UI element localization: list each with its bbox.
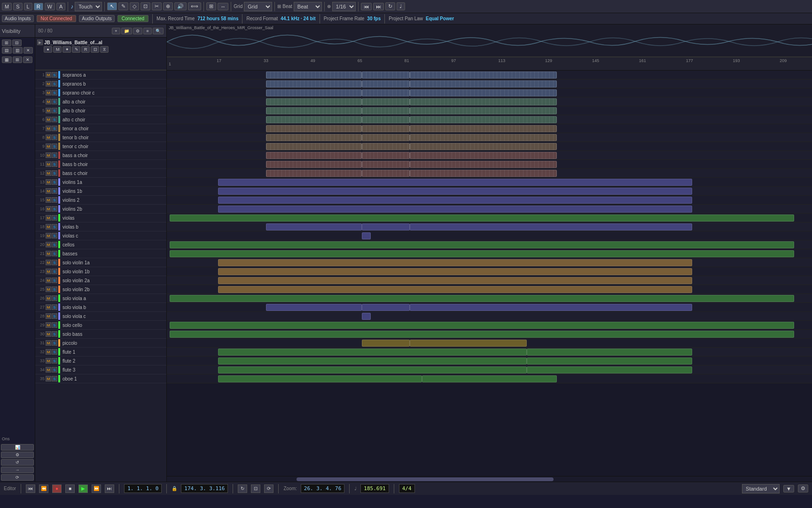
track-m-btn[interactable]: M [46,99,51,104]
track-s-btn[interactable]: S [52,126,57,131]
clip[interactable] [362,125,410,132]
tool-draw[interactable]: ✎ [118,2,128,10]
vis-arrow-btn[interactable]: → [1,467,34,473]
track-item[interactable]: 29 M S solo cello [35,321,166,330]
clip[interactable] [362,223,410,230]
arrange-track-row[interactable] [167,106,812,115]
arrange-track-row[interactable] [167,321,812,330]
arrange-track-row[interactable] [167,312,812,321]
clip[interactable] [266,134,362,141]
arrange-track-row[interactable] [167,133,812,142]
track-item[interactable]: 24 M S solo violin 2a [35,276,166,285]
track-item[interactable]: 16 M S violins 2b [35,205,166,214]
track-item[interactable]: 34 M S flute 3 [35,365,166,374]
track-m-btn[interactable]: M [46,242,51,247]
vis-btn-7[interactable]: ⊞ [13,56,22,63]
clip[interactable] [266,125,362,132]
track-s-btn[interactable]: S [52,161,57,167]
track-s-btn[interactable]: S [52,367,57,373]
clip[interactable] [362,170,410,177]
vis-settings-btn[interactable]: ⚙ [1,452,34,458]
clip[interactable] [218,179,692,186]
track-item[interactable]: 5 M S alto b choir [35,106,166,115]
master-lock-btn[interactable]: R [81,46,90,53]
mode-s[interactable]: S [13,3,22,10]
track-s-btn[interactable]: S [52,349,57,355]
track-s-btn[interactable]: S [52,340,57,346]
tool-erase[interactable]: ◇ [130,2,139,10]
track-item[interactable]: 15 M S violins 2 [35,196,166,205]
master-solo-btn[interactable]: ✦ [62,46,71,53]
track-m-btn[interactable]: M [46,81,51,87]
track-m-btn[interactable]: M [46,206,51,212]
track-item[interactable]: 35 M S oboe 1 [35,374,166,383]
clip[interactable] [218,188,692,195]
track-item[interactable]: 31 M S piccolo [35,339,166,348]
arrange-track-row[interactable] [167,303,812,312]
tool-listen[interactable]: 🔊 [174,2,187,10]
track-m-btn[interactable]: M [46,340,51,346]
clip[interactable] [170,295,794,302]
clip[interactable] [362,152,410,159]
clip[interactable] [362,340,410,347]
clip[interactable] [218,206,692,213]
audio-inputs-btn[interactable]: Audio Inputs [2,15,34,22]
clip[interactable] [218,197,692,204]
clip[interactable] [266,89,362,96]
mode-r[interactable]: R [34,3,43,10]
arrange-track-row[interactable] [167,214,812,222]
punch-btn[interactable]: ⊡ [251,484,260,493]
track-s-btn[interactable]: S [52,233,57,238]
horizontal-scrollbar[interactable] [167,476,812,482]
track-config-btn[interactable]: ⚙ [133,28,142,34]
preset-down[interactable]: ▼ [783,485,794,492]
track-m-btn[interactable]: M [46,72,51,78]
track-m-btn[interactable]: M [46,376,51,381]
clip[interactable] [410,170,557,177]
track-item[interactable]: 1 M S sopranos a [35,71,166,79]
track-list[interactable]: 1 M S sopranos a 2 M S sopranos b 3 M S … [35,71,166,482]
track-item[interactable]: 33 M S flute 2 [35,357,166,365]
vis-btn-8[interactable]: ✕ [23,56,32,63]
track-s-btn[interactable]: S [52,197,57,203]
clip[interactable] [218,366,527,373]
arrange-track-row[interactable] [167,205,812,214]
track-s-btn[interactable]: S [52,260,57,265]
clip[interactable] [170,322,794,329]
track-item[interactable]: 30 M S solo bass [35,330,166,339]
transport-record[interactable]: ● [52,484,62,493]
master-loop-btn[interactable]: ⧖ [100,46,109,53]
arrange-track-row[interactable] [167,115,812,124]
arrange-track-row[interactable] [167,222,812,231]
clip[interactable] [362,143,410,150]
vis-btn-3[interactable]: ▤ [2,47,12,54]
vis-btn-6[interactable]: ▦ [2,56,12,63]
arrange-track-row[interactable] [167,294,812,303]
arrange-track-row[interactable] [167,151,812,160]
clip[interactable] [410,161,557,168]
clip[interactable] [527,357,692,365]
clip[interactable] [362,304,410,311]
clip[interactable] [410,152,557,159]
track-item[interactable]: 22 M S solo violin 1a [35,258,166,267]
track-item[interactable]: 17 M S violas [35,214,166,222]
master-track-arrow[interactable]: ▶ [37,40,43,45]
clip[interactable] [218,277,692,284]
track-s-btn[interactable]: S [52,295,57,301]
track-m-btn[interactable]: M [46,331,51,337]
track-m-btn[interactable]: M [46,215,51,221]
arrange-track-row[interactable] [167,169,812,178]
clip[interactable] [410,134,557,141]
track-m-btn[interactable]: M [46,367,51,373]
arrange-track-row[interactable] [167,339,812,348]
track-m-btn[interactable]: M [46,269,51,274]
clip[interactable] [362,80,410,87]
clip[interactable] [362,161,410,168]
track-item[interactable]: 8 M S tenor b choir [35,133,166,142]
clip[interactable] [410,98,557,105]
track-item[interactable]: 28 M S solo viola c [35,312,166,321]
track-item[interactable]: 9 M S tenor c choir [35,142,166,151]
track-s-btn[interactable]: S [52,242,57,247]
track-m-btn[interactable]: M [46,143,51,149]
track-s-btn[interactable]: S [52,108,57,113]
